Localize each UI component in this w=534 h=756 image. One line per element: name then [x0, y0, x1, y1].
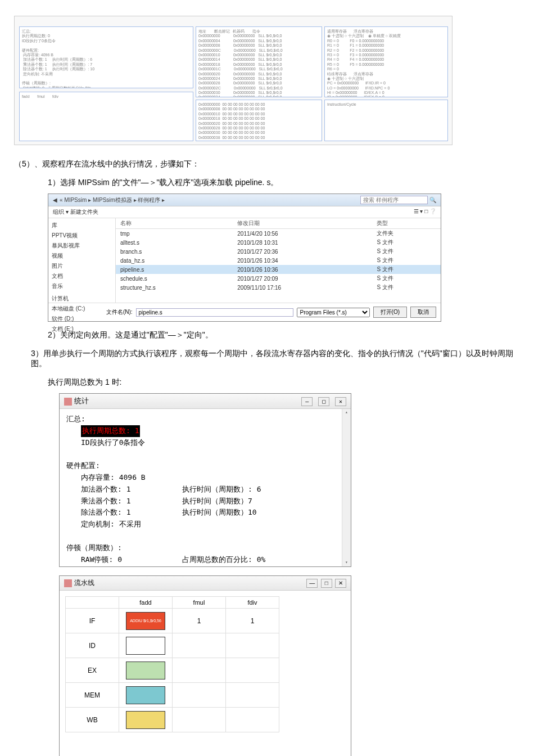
if-box: ADDIU $r1,$r0,56 [126, 612, 165, 630]
file-dialog-toolbar: 组织 ▾ 新建文件夹 ☰ ▾ □ ❔ [48, 206, 441, 218]
hw-label: 硬件配置: [66, 460, 344, 472]
pipeline-panel: fadd fmul fdiv [19, 92, 193, 141]
stage-mem-label: MEM [66, 683, 119, 708]
filename-label: 文件名(N): [106, 308, 133, 316]
mul-time: 执行时间（周期数）7 [182, 496, 252, 507]
breadcrumb[interactable]: ◀ « MIPSsim ▸ MIPSsim模拟器 ▸ 样例程序 ▸ [53, 196, 165, 204]
stage-wb-label: WB [66, 708, 119, 732]
stats-text: 汇总: 执行周期总数: 0 ID段执行了0条指令 硬件配置: 内存容量: 409… [22, 29, 191, 88]
code-panel: 地址 断点标记 机器码 指令 0x00000000 0x00000000 SLL… [196, 26, 322, 97]
file-list: 名称 修改日期 类型 tmp2011/4/20 10:56文件夹 alltest… [116, 218, 441, 303]
close-icon[interactable]: ✕ [335, 579, 346, 588]
step-5-3b: 执行周期总数为 1 时: [48, 377, 520, 388]
stage-id-label: ID [66, 633, 119, 658]
mipssim-screenshot: 汇总: 执行周期总数: 0 ID段执行了0条指令 硬件配置: 内存容量: 409… [14, 16, 452, 145]
memory-panel: 0x00000000 00 00 00 00 00 00 00 00 0x000… [196, 100, 322, 141]
window-buttons: — □ ✕ [300, 397, 346, 406]
sidebar-item[interactable]: 文档 [52, 271, 112, 281]
fdiv-1: 1 [226, 609, 279, 633]
ex-box [126, 662, 165, 680]
sidebar-item[interactable]: 库 [52, 220, 112, 231]
clock-text: Instruction/Cycle [327, 102, 445, 107]
sidebar-item[interactable]: 音乐 [52, 281, 112, 291]
col-date[interactable]: 修改日期 [233, 218, 372, 229]
app-icon [64, 398, 72, 406]
app-icon [64, 579, 72, 587]
back-icon[interactable]: ◀ [53, 197, 57, 203]
wb-box [126, 711, 165, 729]
code-text: 地址 断点标记 机器码 指令 0x00000000 0x00000000 SLL… [198, 29, 319, 97]
cancel-button[interactable]: 取消 [410, 307, 436, 318]
stage-if-label: IF [66, 609, 119, 633]
search-input[interactable] [360, 196, 428, 204]
file-row[interactable]: data_hz.s2010/1/26 10:34S 文件 [116, 256, 441, 265]
fmul-1: 1 [173, 609, 226, 633]
file-dialog-titlebar: ◀ « MIPSsim ▸ MIPSsim模拟器 ▸ 样例程序 ▸ 🔍 [48, 194, 441, 206]
pipeline-titlebar: 流水线 — □ ✕ [60, 576, 351, 591]
maximize-icon[interactable]: □ [321, 579, 332, 588]
minimize-icon[interactable]: — [301, 397, 313, 406]
search-wrapper: 🔍 [360, 196, 436, 204]
filename-input[interactable] [136, 308, 293, 317]
sidebar-item[interactable]: 图片 [52, 261, 112, 271]
pipeline-headers: fadd fmul fdiv [22, 94, 191, 99]
file-row[interactable]: schedule.s2010/1/27 20:09S 文件 [116, 274, 441, 283]
pipeline-table: fadd fmul fdiv IF ADDIU $r1,$r0,56 1 1 I… [65, 596, 279, 732]
mem-box [126, 686, 165, 704]
toolbar-right: ☰ ▾ □ ❔ [414, 208, 436, 216]
sidebar-item[interactable]: 暴风影视库 [52, 241, 112, 251]
maximize-icon[interactable]: □ [318, 397, 329, 406]
file-row[interactable]: tmp2011/4/20 10:56文件夹 [116, 229, 441, 238]
toolbar-left[interactable]: 组织 ▾ 新建文件夹 [53, 208, 98, 216]
filter-select[interactable]: Program Files (*.s) [297, 308, 370, 317]
adder-time: 执行时间（周期数）: 6 [182, 484, 261, 496]
file-row[interactable]: alltest.s2010/1/28 10:31S 文件 [116, 238, 441, 247]
statistics-window: 统计 — □ ✕ 汇总: 执行周期总数: 1 ID段执行了0条指令 硬件配置: … [59, 393, 351, 567]
div-time: 执行时间（周期数）10 [182, 507, 257, 519]
sidebar-item[interactable]: 视频 [52, 251, 112, 261]
sidebar-item[interactable]: 本地磁盘 (C:) [52, 304, 112, 314]
col-name[interactable]: 名称 [116, 218, 233, 229]
stage-ex-label: EX [66, 658, 119, 683]
other: 其中: [66, 565, 344, 566]
id-exec: ID段执行了0条指令 [66, 437, 344, 449]
file-row[interactable]: structure_hz.s2009/11/10 17:16S 文件 [116, 283, 441, 292]
close-icon[interactable]: ✕ [335, 397, 346, 406]
step-5-1: 1）选择 MIPSsim 的"文件"—＞"载入程序"选项来加载 pipeline… [48, 178, 520, 188]
file-open-dialog: ◀ « MIPSsim ▸ MIPSsim模拟器 ▸ 样例程序 ▸ 🔍 组织 ▾… [48, 194, 441, 322]
file-dialog-sidebar: 库 PPTV视频 暴风影视库 视频 图片 文档 音乐 计算机 本地磁盘 (C:)… [48, 218, 116, 303]
step-5-3: 3）用单步执行一个周期的方式执行该程序，观察每一个周期中，各段流水寄存器内容的变… [31, 349, 520, 369]
div: 除法器个数: 1 [81, 507, 182, 519]
reg-text: 通用寄存器 浮点寄存器 ◉ 十进制 ○ 十六进制 ◉ 单精度 ○ 双精度 R0 … [327, 29, 445, 97]
scrollbar[interactable] [342, 409, 351, 566]
sidebar-item[interactable]: PPTV视频 [52, 231, 112, 241]
file-row-selected[interactable]: pipeline.s2010/1/26 10:36S 文件 [116, 265, 441, 274]
col-type[interactable]: 类型 [372, 218, 441, 229]
raw: RAW停顿: 0 [81, 554, 182, 566]
minimize-icon[interactable]: — [306, 579, 318, 588]
stat-content: 汇总: 执行周期总数: 1 ID段执行了0条指令 硬件配置: 内存容量: 409… [60, 409, 351, 566]
window-buttons: — □ ✕ [305, 579, 346, 588]
stats-panel: 汇总: 执行周期总数: 0 ID段执行了0条指令 硬件配置: 内存容量: 409… [19, 26, 193, 88]
exec-cycles: 执行周期总数: 1 [81, 425, 140, 437]
stat-title: 统计 [74, 397, 89, 405]
file-row[interactable]: branch.s2010/1/27 20:36S 文件 [116, 247, 441, 256]
stall-label: 停顿（周期数）: [66, 542, 344, 554]
col-fmul: fmul [173, 597, 226, 609]
col-fdiv: fdiv [226, 597, 279, 609]
summary-label: 汇总: [66, 413, 344, 425]
id-box [126, 637, 165, 655]
mem-cap: 内存容量: 4096 B [66, 472, 344, 484]
fwd: 定向机制: 不采用 [66, 519, 344, 530]
sidebar-item[interactable]: 软件 (D:) [52, 314, 112, 324]
col-fadd: fadd [119, 597, 173, 609]
search-icon: 🔍 [429, 197, 436, 203]
pipeline-window: 流水线 — □ ✕ fadd fmul fdiv IF ADDIU $r1,$r… [59, 575, 351, 756]
sidebar-item[interactable]: 计算机 [52, 294, 112, 304]
file-dialog-body: 库 PPTV视频 暴风影视库 视频 图片 文档 音乐 计算机 本地磁盘 (C:)… [48, 218, 441, 303]
step-5-heading: （5）、观察程序在流水线中的执行情况，步骤如下： [14, 159, 520, 169]
open-button[interactable]: 打开(O) [373, 307, 407, 318]
pipeline-title: 流水线 [74, 579, 94, 587]
clock-panel: Instruction/Cycle [324, 100, 448, 141]
raw-pct: 占周期总数的百分比: 0% [182, 554, 265, 566]
